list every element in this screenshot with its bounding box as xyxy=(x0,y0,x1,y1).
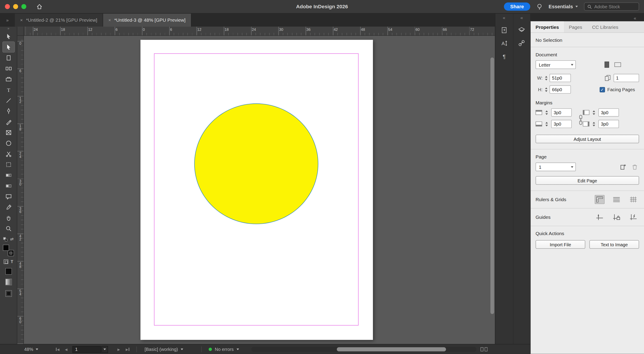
expand-toolbar-icon[interactable]: » xyxy=(0,26,17,31)
add-page-icon[interactable] xyxy=(620,163,626,170)
guides-icon[interactable] xyxy=(595,213,605,222)
close-tab-icon[interactable]: × xyxy=(108,18,111,22)
width-input[interactable] xyxy=(550,74,571,82)
screen-mode-button[interactable] xyxy=(5,290,12,297)
landscape-orientation-icon[interactable] xyxy=(614,62,621,67)
ellipse-object[interactable] xyxy=(194,103,318,224)
facing-pages-checkbox[interactable]: ✓ xyxy=(600,87,605,92)
text-to-image-button[interactable]: Text to Image xyxy=(590,240,639,249)
gradient-swatch-tool[interactable] xyxy=(3,170,14,180)
portrait-orientation-icon[interactable] xyxy=(605,62,609,68)
type-tool[interactable]: T xyxy=(3,84,14,95)
margin-bottom-input[interactable] xyxy=(551,120,572,128)
swap-fill-stroke-icon[interactable]: ⇄ xyxy=(10,237,14,241)
links-panel-icon[interactable] xyxy=(516,38,528,48)
vertical-scrollbar-thumb[interactable] xyxy=(490,57,494,314)
margin-outside-input[interactable] xyxy=(598,120,619,128)
horizontal-scrollbar[interactable] xyxy=(251,347,476,352)
fill-swatch[interactable] xyxy=(3,245,9,251)
pencil-tool[interactable] xyxy=(3,117,14,127)
stroke-swatch[interactable] xyxy=(8,250,14,256)
adjust-layout-button[interactable]: Adjust Layout xyxy=(536,135,639,143)
zoom-window-button[interactable] xyxy=(22,4,26,9)
baseline-grid-icon[interactable] xyxy=(612,195,622,204)
tab-untitled-3[interactable]: × *Untitled-3 @ 48% [GPU Preview] xyxy=(103,14,192,27)
workspace-switcher[interactable]: Essentials xyxy=(548,4,578,9)
margin-inside-stepper[interactable] xyxy=(592,108,596,117)
eyedropper-tool[interactable] xyxy=(3,202,14,212)
minimize-window-button[interactable] xyxy=(13,4,18,9)
rectangle-frame-tool[interactable] xyxy=(3,127,14,137)
spread-view-icon[interactable] xyxy=(480,345,488,354)
delete-page-icon[interactable] xyxy=(631,163,638,170)
close-window-button[interactable] xyxy=(5,4,10,9)
pen-tool[interactable] xyxy=(3,106,14,116)
collapse-panels-icon[interactable]: « xyxy=(634,16,636,20)
formatting-affects-text-icon[interactable]: T xyxy=(11,260,13,264)
link-margins-icon[interactable] xyxy=(578,114,583,125)
hand-tool[interactable] xyxy=(3,213,14,223)
current-page-select[interactable]: 1 xyxy=(536,162,576,171)
page-tool[interactable] xyxy=(3,52,14,63)
collapse-panels-icon[interactable]: « xyxy=(520,15,523,22)
line-tool[interactable] xyxy=(3,95,14,105)
character-styles-icon[interactable]: A xyxy=(498,38,510,48)
first-page-icon[interactable]: ◀ xyxy=(56,345,60,354)
edit-page-button[interactable]: Edit Page xyxy=(536,176,639,185)
margin-top-stepper[interactable] xyxy=(545,108,549,117)
previous-page-icon[interactable]: ◀ xyxy=(65,345,67,354)
gradient-feather-tool[interactable] xyxy=(3,181,14,191)
adobe-stock-search-input[interactable]: Adobe Stock xyxy=(584,2,639,11)
horizontal-ruler[interactable]: 2418126061218243036424854606672 xyxy=(24,26,495,35)
tab-untitled-2[interactable]: × *Untitled-2 @ 21% [GPU Preview] xyxy=(15,14,103,27)
pasteboard[interactable] xyxy=(24,36,495,344)
margin-bottom-stepper[interactable] xyxy=(545,120,549,128)
pages-count-input[interactable] xyxy=(614,74,639,82)
close-tab-icon[interactable]: × xyxy=(20,18,23,22)
vertical-scrollbar[interactable] xyxy=(490,36,494,344)
next-page-icon[interactable]: ▶ xyxy=(118,345,120,354)
margin-outside-stepper[interactable] xyxy=(592,120,596,128)
default-fill-stroke-icon[interactable] xyxy=(3,237,7,241)
tab-cc-libraries[interactable]: CC Libraries xyxy=(587,21,623,33)
margin-inside-input[interactable] xyxy=(598,108,619,117)
width-stepper[interactable] xyxy=(544,74,548,82)
document-grid-icon[interactable] xyxy=(628,195,638,204)
gap-tool[interactable] xyxy=(3,63,14,73)
paragraph-styles-icon[interactable]: ¶ xyxy=(498,51,510,62)
lock-guides-icon[interactable] xyxy=(612,213,622,222)
tab-overflow-icon[interactable]: » xyxy=(0,14,15,27)
margin-top-input[interactable] xyxy=(551,108,572,117)
preflight-profile-menu[interactable]: [Basic] (working) xyxy=(145,345,183,354)
smart-guides-icon[interactable] xyxy=(628,213,638,222)
page-select-dropdown[interactable] xyxy=(102,346,108,353)
lightbulb-icon[interactable] xyxy=(536,3,542,10)
note-tool[interactable] xyxy=(3,191,14,202)
ellipse-tool[interactable] xyxy=(3,138,14,148)
collapse-panels-icon[interactable]: « xyxy=(503,15,505,22)
selection-tool[interactable] xyxy=(3,31,14,41)
page-number-input[interactable] xyxy=(72,346,101,353)
vertical-ruler[interactable]: 0612182430364248546066 xyxy=(17,36,24,344)
page-size-select[interactable]: Letter xyxy=(536,60,576,69)
zoom-tool[interactable] xyxy=(3,223,14,234)
home-icon[interactable] xyxy=(36,3,43,10)
content-collector-tool[interactable] xyxy=(3,74,14,84)
apply-gradient-button[interactable] xyxy=(5,279,12,285)
import-file-button[interactable]: Import File xyxy=(536,240,585,249)
layers-panel-icon[interactable] xyxy=(516,24,528,35)
preflight-status-menu[interactable]: No errors xyxy=(209,345,239,354)
formatting-affects-container-icon[interactable] xyxy=(4,260,8,264)
export-icon[interactable] xyxy=(498,24,510,35)
height-stepper[interactable] xyxy=(544,85,548,94)
apply-color-button[interactable] xyxy=(5,268,12,275)
last-page-icon[interactable]: ▶ xyxy=(126,345,129,354)
scissors-tool[interactable] xyxy=(3,149,14,159)
share-button[interactable]: Share xyxy=(504,2,530,11)
horizontal-scrollbar-thumb[interactable] xyxy=(337,347,446,351)
zoom-level-control[interactable]: 48% xyxy=(22,345,40,354)
rulers-icon[interactable] xyxy=(595,195,605,204)
tab-pages[interactable]: Pages xyxy=(564,21,587,33)
ruler-origin-corner[interactable] xyxy=(17,26,24,35)
free-transform-tool[interactable] xyxy=(3,159,14,170)
